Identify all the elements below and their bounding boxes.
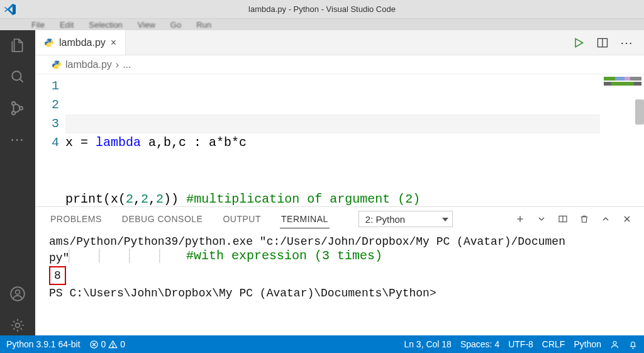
minimap[interactable] [604,77,641,102]
activity-bar: ⋯ [0,30,35,335]
settings-gear-icon[interactable] [8,315,28,335]
code-editor[interactable]: 1 2 3 4 x = lambda a,b,c : a*b*c print(x… [35,74,644,206]
workbench: ⋯ lambda.py × [0,30,644,335]
title-bar-text: lambda.py - Python - Visual Studio Code [248,4,396,14]
tab-lambda-py[interactable]: lambda.py × [35,30,126,55]
python-file-icon [44,38,54,48]
breadcrumb-sep: › [116,59,119,70]
run-icon[interactable] [572,36,585,49]
editor-more-icon[interactable]: ⋯ [620,36,633,49]
svg-point-9 [50,45,51,45]
python-file-icon [52,60,62,70]
svg-point-4 [19,106,23,109]
breadcrumb-ellipsis: ... [123,59,131,70]
code-lines: x = lambda a,b,c : a*b*c print(x(2,2,2))… [65,74,644,206]
svg-marker-10 [575,38,583,47]
svg-point-7 [16,323,20,328]
vscode-logo-icon [4,3,16,16]
svg-point-3 [12,111,15,115]
editor-actions: ⋯ [572,30,644,55]
svg-point-14 [58,67,58,67]
svg-point-25 [113,346,113,347]
search-icon[interactable] [8,67,28,87]
title-bar: lambda.py - Python - Visual Studio Code [0,0,644,19]
breadcrumb[interactable]: lambda.py › ... [35,55,644,74]
tab-label: lambda.py [59,37,106,48]
line-number: 2 [35,96,59,115]
accounts-icon[interactable] [8,284,28,304]
source-control-icon[interactable] [8,98,28,118]
line-number: 4 [35,133,59,152]
svg-point-6 [16,290,20,294]
svg-point-26 [613,341,616,344]
more-icon[interactable]: ⋯ [8,130,28,150]
tab-close-icon[interactable]: × [111,37,116,48]
menu-bar-stub: FileEditSelectionViewGoRun [0,19,644,30]
svg-line-1 [19,79,23,82]
editor-area: lambda.py × ⋯ lambda.py › ... [35,30,644,335]
line-gutter: 1 2 3 4 [35,74,65,206]
scrollbar[interactable] [635,99,644,125]
svg-point-13 [55,61,55,62]
terminal-selector-label: 2: Python [365,214,405,225]
terminal-selector[interactable]: 2: Python [358,211,453,227]
line-number: 1 [35,77,59,96]
line-number: 3 [35,115,59,133]
tab-row: lambda.py × ⋯ [35,30,644,55]
split-editor-icon[interactable] [596,36,609,49]
terminal-output-highlight: 8 [49,266,66,285]
svg-point-2 [12,102,15,105]
breadcrumb-file: lambda.py [65,59,112,70]
svg-point-8 [47,39,48,40]
explorer-icon[interactable] [8,35,28,55]
